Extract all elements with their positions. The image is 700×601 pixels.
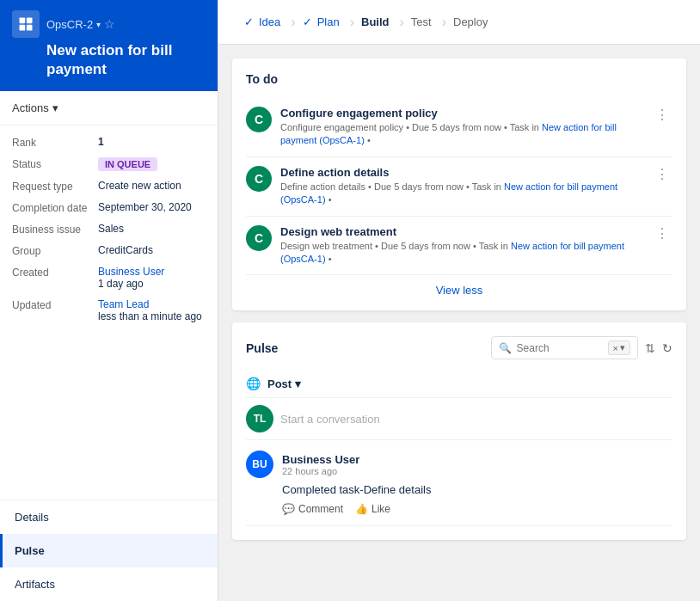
avatar: C <box>246 166 272 192</box>
comment-icon: 💬 <box>282 503 295 515</box>
completion-date-row: Completion date September 30, 2020 <box>12 201 206 214</box>
task-subtitle: Configure engagement policy • Due 5 days… <box>280 121 643 148</box>
view-less-button[interactable]: View less <box>246 284 672 297</box>
activity-time: 22 hours ago <box>282 466 359 476</box>
task-item: C Define action details Define action de… <box>246 157 672 217</box>
activity-header: BU Business User 22 hours ago <box>246 451 672 478</box>
start-conversation-text[interactable]: Start a conversation <box>280 413 380 426</box>
updated-by-link[interactable]: Team Lead <box>98 298 149 310</box>
metadata-panel: Rank 1 Status IN QUEUE Request type Crea… <box>0 126 218 500</box>
refresh-icon[interactable]: ↻ <box>662 341 672 355</box>
sidebar: OpsCR-2 ▾ ☆ New action for bill payment … <box>0 0 218 601</box>
task-subtitle: Design web treatment • Due 5 days from n… <box>280 240 643 267</box>
filter-icon[interactable]: ⇅ <box>645 341 655 355</box>
todo-card: To do C Configure engagement policy Conf… <box>232 58 686 310</box>
globe-icon: 🌐 <box>246 377 261 390</box>
avatar: TL <box>246 405 273 432</box>
task-title[interactable]: Configure engagement policy <box>280 107 643 120</box>
avatar: C <box>246 107 272 132</box>
pipeline-step-idea[interactable]: ✓ Idea <box>236 10 292 34</box>
task-content: Define action details Define action deta… <box>280 166 643 207</box>
activity-item: BU Business User 22 hours ago Completed … <box>246 440 672 526</box>
todo-title: To do <box>246 72 672 86</box>
status-row: Status IN QUEUE <box>12 157 206 171</box>
search-icon: 🔍 <box>499 342 512 354</box>
pulse-card: Pulse 🔍 × ▾ ⇅ ↻ 🌐 <box>232 322 686 540</box>
svg-rect-0 <box>20 18 26 24</box>
business-issue-row: Business issue Sales <box>12 223 206 236</box>
created-row: Created Business User 1 day ago <box>12 266 206 290</box>
like-button[interactable]: 👍 Like <box>355 503 390 515</box>
task-menu-icon[interactable]: ⋮ <box>652 225 672 242</box>
logo-icon <box>17 15 34 33</box>
group-row: Group CreditCards <box>12 244 206 257</box>
chevron-down-icon: ▾ <box>52 101 58 114</box>
sidebar-header: OpsCR-2 ▾ ☆ New action for bill payment <box>0 0 218 91</box>
start-conversation-row: TL Start a conversation <box>246 398 672 440</box>
star-icon[interactable]: ☆ <box>104 17 115 31</box>
updated-row: Updated Team Lead less than a minute ago <box>12 298 206 322</box>
pulse-tools: 🔍 × ▾ ⇅ ↻ <box>491 336 672 359</box>
sidebar-logo <box>12 10 40 38</box>
clear-search-button[interactable]: × ▾ <box>608 340 630 355</box>
pipeline-step-deploy[interactable]: Deploy <box>445 10 500 34</box>
sidebar-item-artifacts[interactable]: Artifacts <box>0 567 218 601</box>
task-title[interactable]: Define action details <box>280 166 643 179</box>
task-menu-icon[interactable]: ⋮ <box>652 107 672 123</box>
task-title[interactable]: Design web treatment <box>280 225 643 238</box>
check-icon: ✓ <box>244 15 254 28</box>
request-type-row: Request type Create new action <box>12 180 206 193</box>
chevron-down-icon: ▾ <box>620 342 625 353</box>
main-content: ✓ Idea › ✓ Plan › Build › Test › Deploy … <box>218 0 700 601</box>
pipeline-step-test[interactable]: Test <box>402 10 444 34</box>
sidebar-item-details[interactable]: Details <box>0 500 218 534</box>
avatar: BU <box>246 451 273 478</box>
content-area: To do C Configure engagement policy Conf… <box>218 45 700 601</box>
comment-button[interactable]: 💬 Comment <box>282 503 343 515</box>
post-row: 🌐 Post ▾ <box>246 370 672 398</box>
pipeline-step-plan[interactable]: ✓ Plan <box>294 10 352 34</box>
svg-rect-1 <box>27 18 33 24</box>
svg-rect-2 <box>20 25 26 31</box>
task-subtitle: Define action details • Due 5 days from … <box>280 181 643 207</box>
task-content: Configure engagement policy Configure en… <box>280 107 643 148</box>
activity-actions: 💬 Comment 👍 Like <box>246 503 672 515</box>
actions-bar: Actions ▾ <box>0 91 218 126</box>
status-badge[interactable]: IN QUEUE <box>98 157 157 171</box>
pipeline-steps: ✓ Idea › ✓ Plan › Build › Test › Deploy <box>218 0 700 45</box>
actions-button[interactable]: Actions ▾ <box>12 100 58 116</box>
pulse-title: Pulse <box>246 341 278 355</box>
task-item: C Design web treatment Design web treatm… <box>246 217 672 276</box>
like-icon: 👍 <box>355 503 368 515</box>
chevron-down-icon: ▾ <box>295 377 301 390</box>
pulse-header: Pulse 🔍 × ▾ ⇅ ↻ <box>246 336 672 359</box>
created-by-link[interactable]: Business User <box>98 266 164 278</box>
avatar: C <box>246 225 272 251</box>
project-id: OpsCR-2 <box>46 18 93 31</box>
sidebar-navigation: Details Pulse Artifacts <box>0 500 218 601</box>
page-title: New action for bill payment <box>12 41 206 79</box>
rank-row: Rank 1 <box>12 136 206 149</box>
post-button[interactable]: Post ▾ <box>267 377 301 390</box>
chevron-down-icon: ▾ <box>96 20 101 29</box>
task-menu-icon[interactable]: ⋮ <box>652 166 672 182</box>
search-box[interactable]: 🔍 × ▾ <box>491 336 638 359</box>
sidebar-item-pulse[interactable]: Pulse <box>0 534 218 567</box>
pipeline-step-build[interactable]: Build <box>353 10 402 34</box>
task-content: Design web treatment Design web treatmen… <box>280 225 643 267</box>
activity-user[interactable]: Business User <box>282 453 359 466</box>
svg-rect-3 <box>27 25 33 31</box>
task-item: C Configure engagement policy Configure … <box>246 98 672 157</box>
check-icon: ✓ <box>303 15 312 28</box>
search-input[interactable] <box>517 342 603 354</box>
project-selector[interactable]: OpsCR-2 ▾ ☆ <box>46 17 115 31</box>
activity-text: Completed task-Define details <box>246 483 672 496</box>
